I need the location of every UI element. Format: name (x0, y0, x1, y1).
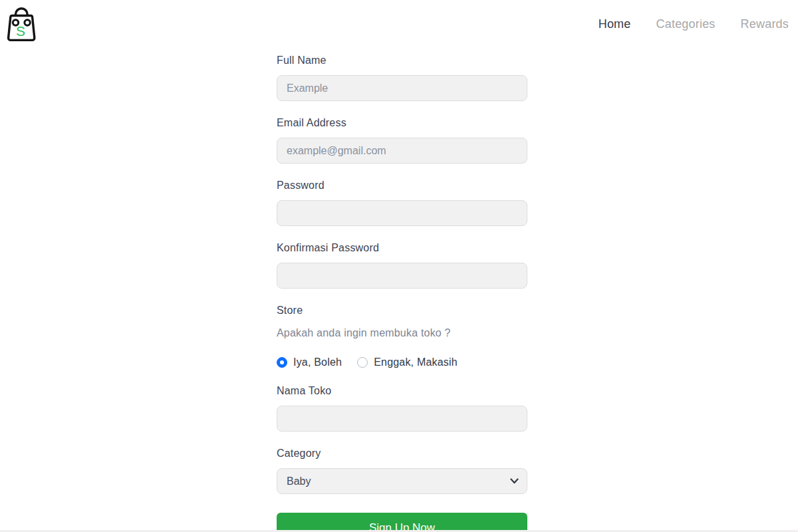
nav-item-rewards[interactable]: Rewards (741, 17, 789, 31)
store-radio-row: Iya, Boleh Enggak, Makasih (277, 356, 527, 368)
radio-option-yes-label: Iya, Boleh (293, 356, 342, 368)
full-name-group: Full Name (277, 54, 527, 101)
nav-item-categories[interactable]: Categories (656, 17, 716, 31)
confirm-password-group: Konfirmasi Password (277, 241, 527, 289)
confirm-password-input[interactable] (277, 263, 527, 289)
radio-option-no[interactable]: Enggak, Makasih (357, 356, 458, 368)
nav-item-home[interactable]: Home (598, 17, 631, 31)
full-name-label: Full Name (277, 54, 527, 66)
radio-option-yes[interactable]: Iya, Boleh (277, 356, 342, 368)
confirm-password-label: Konfirmasi Password (277, 241, 527, 254)
category-group: Category Baby (277, 447, 527, 494)
category-select[interactable]: Baby (277, 468, 527, 494)
store-name-group: Nama Toko (277, 384, 527, 432)
radio-option-no-label: Enggak, Makasih (374, 356, 458, 368)
full-name-input[interactable] (277, 75, 527, 101)
radio-unchecked-icon[interactable] (357, 357, 368, 368)
category-select-wrap: Baby (277, 468, 527, 494)
email-input[interactable] (277, 138, 527, 164)
email-group: Email Address (277, 116, 527, 164)
password-label: Password (277, 179, 527, 192)
store-section: Store Apakah anda ingin membuka toko ? I… (277, 304, 527, 368)
radio-checked-icon[interactable] (277, 357, 287, 368)
main-nav: Home Categories Rewards (598, 0, 789, 49)
store-name-label: Nama Toko (277, 384, 527, 397)
signup-form: Full Name Email Address Password Konfirm… (277, 54, 527, 532)
logo-letter: S (16, 23, 25, 39)
sign-up-button[interactable]: Sign Up Now (277, 513, 527, 532)
shopping-bag-icon: S (7, 4, 36, 43)
category-label: Category (277, 447, 527, 460)
email-label: Email Address (277, 116, 527, 129)
store-label: Store (277, 304, 527, 317)
password-group: Password (277, 179, 527, 226)
password-input[interactable] (277, 200, 527, 226)
store-name-input[interactable] (277, 406, 527, 432)
logo[interactable]: S (7, 4, 36, 43)
store-question: Apakah anda ingin membuka toko ? (277, 327, 527, 339)
header: S Home Categories Rewards (0, 0, 798, 49)
